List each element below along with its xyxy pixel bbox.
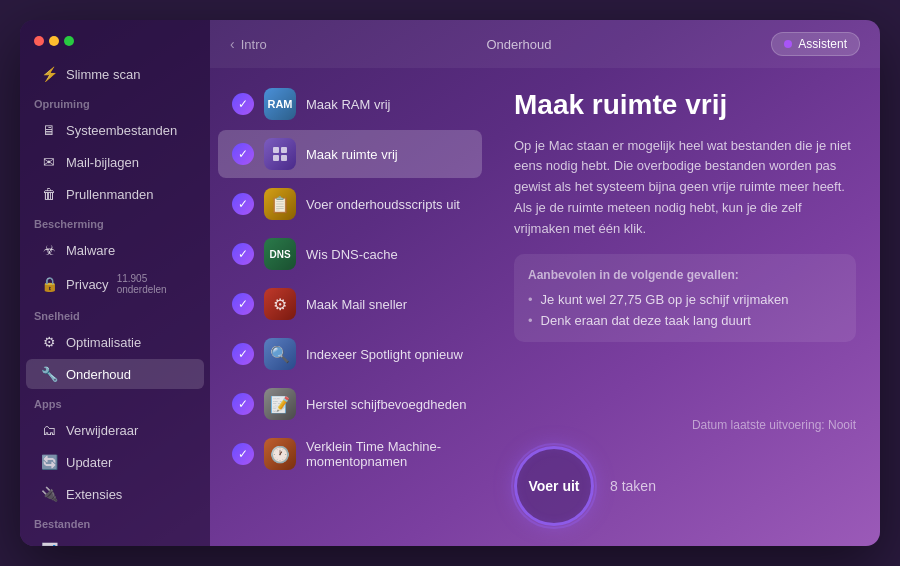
task-item-maak-mail-sneller[interactable]: ✓ ⚙ Maak Mail sneller — [218, 280, 482, 328]
slimme-scan-icon: ⚡ — [40, 65, 58, 83]
detail-bottom: Datum laatste uitvoering: Nooit — [514, 418, 856, 432]
breadcrumb-arrow-icon: ‹ — [230, 36, 235, 52]
task-item-verklein-time-machine[interactable]: ✓ 🕐 Verklein Time Machine-momentopnamen — [218, 430, 482, 478]
last-run-value: Nooit — [828, 418, 856, 432]
detail-title: Maak ruimte vrij — [514, 88, 856, 122]
sidebar-item-optimalisatie[interactable]: ⚙ Optimalisatie — [26, 327, 204, 357]
privacy-badge: 11.905 onderdelen — [117, 273, 190, 295]
detail-panel: Maak ruimte vrij Op je Mac staan er moge… — [490, 68, 880, 546]
prullenmanden-icon: 🗑 — [40, 185, 58, 203]
privacy-icon: 🔒 — [40, 275, 58, 293]
sidebar-item-prullenmanden[interactable]: 🗑 Prullenmanden — [26, 179, 204, 209]
task-label: Voer onderhoudsscripts uit — [306, 197, 460, 212]
last-run-label: Datum laatste uitvoering: — [692, 418, 825, 432]
sidebar-item-mail-bijlagen[interactable]: ✉ Mail-bijlagen — [26, 147, 204, 177]
task-check-icon: ✓ — [232, 193, 254, 215]
sidebar-item-onderhoud[interactable]: 🔧 Onderhoud — [26, 359, 204, 389]
main-content: ‹ Intro Onderhoud Assistent ✓ RAM Maak R… — [210, 20, 880, 546]
task-check-icon: ✓ — [232, 93, 254, 115]
extensies-icon: 🔌 — [40, 485, 58, 503]
app-window: ⚡ Slimme scan Opruiming 🖥 Systeembestand… — [20, 20, 880, 546]
sidebar-item-systeembestanden[interactable]: 🖥 Systeembestanden — [26, 115, 204, 145]
sidebar-item-updater[interactable]: 🔄 Updater — [26, 447, 204, 477]
svg-rect-3 — [281, 155, 287, 161]
section-title: Onderhoud — [486, 37, 551, 52]
run-button-label: Voer uit — [528, 478, 579, 494]
task-check-icon: ✓ — [232, 293, 254, 315]
section-label-bestanden: Bestanden — [20, 510, 210, 534]
task-label: Indexeer Spotlight opnieuw — [306, 347, 463, 362]
script-icon: 📋 — [264, 188, 296, 220]
task-check-icon: ✓ — [232, 143, 254, 165]
tasks-count: 8 taken — [610, 478, 656, 494]
task-item-maak-ruimte-vrij[interactable]: ✓ Maak ruimte vrij — [218, 130, 482, 178]
verwijderaar-icon: 🗂 — [40, 421, 58, 439]
sidebar-item-extensies[interactable]: 🔌 Extensies — [26, 479, 204, 509]
sidebar-item-verwijderaar[interactable]: 🗂 Verwijderaar — [26, 415, 204, 445]
recommendation-box: Aanbevolen in de volgende gevallen: Je k… — [514, 254, 856, 342]
task-check-icon: ✓ — [232, 343, 254, 365]
task-list: ✓ RAM Maak RAM vrij ✓ Maa — [210, 68, 490, 546]
task-label: Maak ruimte vrij — [306, 147, 398, 162]
timemachine-icon: 🕐 — [264, 438, 296, 470]
spotlight-icon: 🔍 — [264, 338, 296, 370]
task-label: Verklein Time Machine-momentopnamen — [306, 439, 468, 469]
sidebar-item-ruimtezoeker[interactable]: 📊 Ruimtezoeker — [26, 535, 204, 546]
section-label-opruiming: Opruiming — [20, 90, 210, 114]
top-bar: ‹ Intro Onderhoud Assistent — [210, 20, 880, 68]
close-button[interactable] — [34, 36, 44, 46]
task-label: Herstel schijfbevoegdheden — [306, 397, 466, 412]
run-button-wrapper: Voer uit 8 taken — [514, 446, 856, 526]
svg-rect-2 — [273, 155, 279, 161]
last-run-info: Datum laatste uitvoering: Nooit — [514, 418, 856, 432]
task-item-maak-ram-vrij[interactable]: ✓ RAM Maak RAM vrij — [218, 80, 482, 128]
task-check-icon: ✓ — [232, 443, 254, 465]
sidebar-item-slimme-scan[interactable]: ⚡ Slimme scan — [26, 59, 204, 89]
task-label: Wis DNS-cache — [306, 247, 398, 262]
maximize-button[interactable] — [64, 36, 74, 46]
onderhoud-icon: 🔧 — [40, 365, 58, 383]
sidebar-item-privacy[interactable]: 🔒 Privacy 11.905 onderdelen — [26, 267, 204, 301]
task-item-wis-dns-cache[interactable]: ✓ DNS Wis DNS-cache — [218, 230, 482, 278]
disk-icon: 📝 — [264, 388, 296, 420]
optimalisatie-icon: ⚙ — [40, 333, 58, 351]
recommendation-item-0: Je kunt wel 27,75 GB op je schijf vrijma… — [528, 292, 842, 307]
section-label-apps: Apps — [20, 390, 210, 414]
run-button[interactable]: Voer uit — [514, 446, 594, 526]
section-label-bescherming: Bescherming — [20, 210, 210, 234]
updater-icon: 🔄 — [40, 453, 58, 471]
ruimtezoeker-icon: 📊 — [40, 541, 58, 546]
breadcrumb: ‹ Intro — [230, 36, 267, 52]
svg-rect-0 — [273, 147, 279, 153]
ram-icon: RAM — [264, 88, 296, 120]
recommendation-header: Aanbevolen in de volgende gevallen: — [528, 268, 842, 282]
minimize-button[interactable] — [49, 36, 59, 46]
mail-icon: ⚙ — [264, 288, 296, 320]
space-icon — [264, 138, 296, 170]
assistant-label: Assistent — [798, 37, 847, 51]
task-label: Maak RAM vrij — [306, 97, 391, 112]
assistant-dot-icon — [784, 40, 792, 48]
svg-rect-1 — [281, 147, 287, 153]
task-check-icon: ✓ — [232, 243, 254, 265]
malware-icon: ☣ — [40, 241, 58, 259]
assistant-button[interactable]: Assistent — [771, 32, 860, 56]
breadcrumb-back[interactable]: Intro — [241, 37, 267, 52]
detail-description: Op je Mac staan er mogelijk heel wat bes… — [514, 136, 856, 240]
task-label: Maak Mail sneller — [306, 297, 407, 312]
dns-icon: DNS — [264, 238, 296, 270]
sidebar: ⚡ Slimme scan Opruiming 🖥 Systeembestand… — [20, 20, 210, 546]
task-check-icon: ✓ — [232, 393, 254, 415]
sidebar-item-malware[interactable]: ☣ Malware — [26, 235, 204, 265]
recommendation-item-1: Denk eraan dat deze taak lang duurt — [528, 313, 842, 328]
traffic-lights — [20, 36, 210, 58]
mail-bijlagen-icon: ✉ — [40, 153, 58, 171]
task-item-herstel-schijfbevoegdheden[interactable]: ✓ 📝 Herstel schijfbevoegdheden — [218, 380, 482, 428]
task-item-voer-onderhoudsscripts-uit[interactable]: ✓ 📋 Voer onderhoudsscripts uit — [218, 180, 482, 228]
section-label-snelheid: Snelheid — [20, 302, 210, 326]
task-item-indexeer-spotlight[interactable]: ✓ 🔍 Indexeer Spotlight opnieuw — [218, 330, 482, 378]
systeembestanden-icon: 🖥 — [40, 121, 58, 139]
content-area: ✓ RAM Maak RAM vrij ✓ Maa — [210, 68, 880, 546]
